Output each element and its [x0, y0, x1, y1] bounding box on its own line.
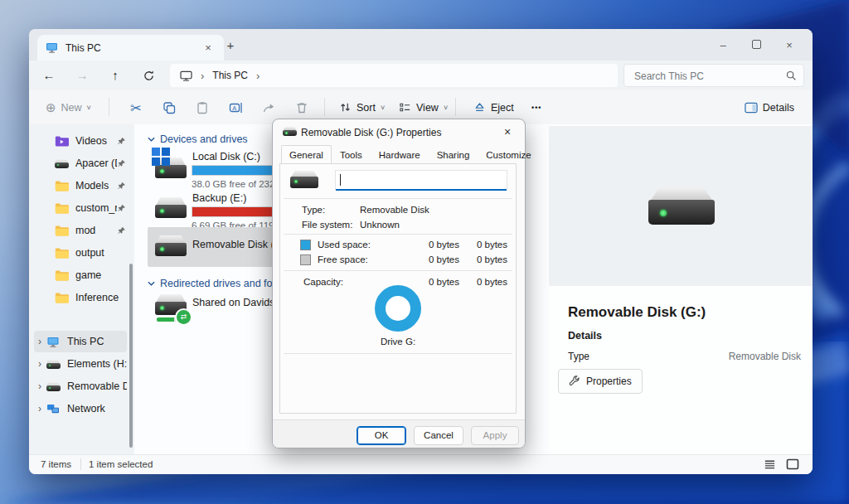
used-space-label: Used space: [318, 240, 371, 250]
rename-icon: A [229, 101, 243, 114]
dialog-drive-icon [283, 127, 297, 136]
close-button[interactable]: × [773, 39, 806, 51]
dialog-general-page: Type: Removable Disk File system: Unknow… [279, 163, 517, 414]
forward-button[interactable]: → [69, 63, 95, 88]
breadcrumb[interactable]: › This PC › [170, 64, 618, 87]
up-button[interactable]: ↑ [102, 63, 129, 88]
dialog-tab-general[interactable]: General [281, 145, 332, 164]
sidebar-item-label: Network [67, 403, 127, 414]
cancel-button[interactable]: Cancel [414, 426, 463, 445]
drive-icon-backup-e[interactable] [155, 197, 187, 219]
pin-icon [117, 159, 127, 168]
eject-button[interactable]: Eject [467, 95, 521, 119]
drive-icon-removable-g[interactable] [155, 235, 187, 257]
sort-label: Sort [357, 102, 376, 114]
sidebar-item-network[interactable]: › Network [34, 398, 127, 419]
new-button[interactable]: ⊕ New ˅ [39, 95, 98, 119]
details-pane-toggle[interactable]: Details [738, 95, 801, 119]
sidebar-item-label: Inference [75, 292, 127, 303]
search-input[interactable] [633, 65, 777, 87]
file-system-value: Unknown [360, 220, 400, 230]
new-tab-button[interactable]: + [221, 36, 240, 55]
expander-chevron-icon[interactable]: › [34, 358, 46, 370]
expander-chevron-icon[interactable]: › [34, 403, 46, 414]
folder-icon [34, 225, 69, 236]
item-count: 7 items [41, 459, 71, 469]
free-space-size: 0 bytes [454, 254, 507, 264]
eject-label: Eject [491, 102, 514, 114]
view-button[interactable]: View ˅ [392, 95, 454, 119]
maximize-button[interactable] [740, 39, 773, 51]
drive-name[interactable]: Local Disk (C:) [192, 151, 260, 162]
minimize-button[interactable]: – [706, 39, 740, 51]
chevron-right-icon[interactable]: › [256, 70, 260, 82]
dialog-close-icon[interactable]: × [500, 124, 515, 139]
breadcrumb-this-pc[interactable]: This PC [212, 70, 248, 81]
svg-text:A: A [232, 104, 236, 112]
properties-button[interactable]: Properties [558, 369, 643, 394]
paste-button[interactable] [192, 97, 213, 119]
search-box [623, 64, 804, 87]
cut-button[interactable]: ✂ [125, 97, 147, 119]
dialog-tab-hardware[interactable]: Hardware [371, 146, 429, 165]
drive-name[interactable]: Backup (E:) [192, 192, 246, 204]
dialog-title: Removable Disk (G:) Properties [301, 127, 441, 138]
sidebar-item-elements-h[interactable]: › Elements (H:) [34, 353, 127, 375]
refresh-button[interactable] [135, 63, 162, 88]
share-button[interactable] [258, 97, 279, 119]
dialog-tab-customize[interactable]: Customize [478, 146, 539, 165]
dialog-tab-tools[interactable]: Tools [332, 146, 371, 165]
pin-icon [117, 182, 127, 191]
apply-button[interactable]: Apply [471, 426, 519, 445]
dialog-tab-sharing[interactable]: Sharing [429, 146, 478, 165]
window-controls: – × [706, 29, 806, 61]
sidebar-item-apacer-d[interactable]: Apacer (D:) [34, 153, 127, 174]
sidebar-item-game[interactable]: game [34, 264, 127, 286]
tab-label: This PC [65, 42, 201, 54]
sidebar-item-inference[interactable]: Inference [34, 287, 127, 308]
capacity-bytes: 0 bytes [406, 277, 459, 287]
sidebar-item-mod[interactable]: mod [34, 220, 127, 241]
type-label: Type: [302, 205, 325, 215]
share-badge-icon: ⇄ [175, 308, 192, 326]
trash-icon [295, 101, 308, 114]
large-icons-view-icon[interactable] [786, 458, 799, 470]
more-options-button[interactable]: ••• [525, 95, 548, 119]
details-view-icon[interactable] [764, 458, 776, 470]
sidebar-item-output[interactable]: output [34, 242, 127, 264]
eject-icon [473, 101, 486, 114]
ok-button[interactable]: OK [357, 426, 406, 445]
sidebar-item-label: custom_node [75, 202, 117, 214]
sort-button[interactable]: Sort ˅ [332, 95, 391, 119]
monitor-icon [46, 42, 58, 53]
expander-chevron-icon[interactable]: › [34, 380, 46, 392]
copy-button[interactable] [158, 97, 180, 119]
sidebar-item-models[interactable]: Models [34, 175, 127, 196]
sidebar-item-label: game [75, 269, 127, 281]
tab-close-icon[interactable]: × [201, 41, 216, 54]
back-button[interactable]: ← [36, 63, 62, 88]
sidebar-item-label: Apacer (D:) [75, 158, 117, 169]
search-icon[interactable] [785, 70, 797, 81]
tab-this-pc[interactable]: This PC × [37, 35, 224, 61]
view-label: View [416, 102, 439, 114]
expander-chevron-icon[interactable]: › [34, 336, 46, 347]
sidebar-item-label: mod [75, 225, 117, 236]
delete-button[interactable] [291, 97, 313, 119]
drive-label-input[interactable] [339, 172, 505, 188]
sidebar-item-custom-node[interactable]: custom_node [34, 197, 127, 219]
sidebar-scrollbar[interactable] [129, 264, 133, 448]
sidebar-item-this-pc[interactable]: › This PC [34, 331, 127, 352]
free-space-swatch [300, 254, 311, 265]
sidebar-item-label: Models [75, 180, 117, 191]
section-devices-and-drives[interactable]: Devices and drives [148, 133, 248, 145]
rename-button[interactable]: A [225, 97, 246, 119]
type-value: Removable Disk [729, 351, 801, 362]
view-icon [399, 101, 411, 114]
sidebar-item-label: Removable Disk [67, 380, 127, 392]
sidebar-item-videos[interactable]: Videos [34, 130, 127, 152]
details-heading: Details [568, 330, 602, 342]
sidebar-item-removable-disk[interactable]: › Removable Disk [34, 376, 127, 397]
chevron-down-icon: ˅ [381, 104, 385, 112]
sidebar-item-label: This PC [67, 336, 127, 347]
